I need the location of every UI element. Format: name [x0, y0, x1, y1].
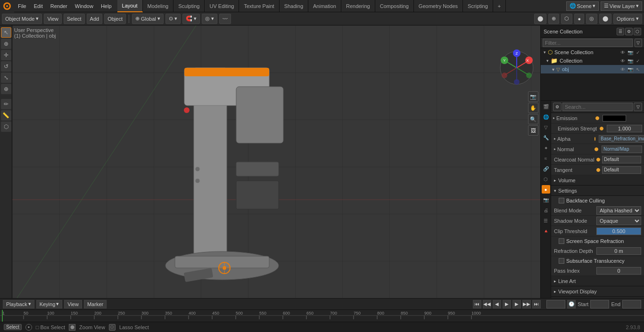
scene-props-icon[interactable]: 🎬: [542, 102, 550, 111]
emission-strength-field[interactable]: 1.000: [607, 125, 642, 132]
alpha-value-field[interactable]: Base_Refraction_inv...: [599, 135, 644, 143]
measure-tool-btn[interactable]: 📏: [1, 110, 11, 121]
scene-settings-icon[interactable]: 🔺: [542, 227, 550, 235]
workspace-tab-texture[interactable]: Texture Paint: [239, 0, 279, 12]
viewport-shading-render-btn[interactable]: ⬤: [599, 14, 611, 24]
menu-edit[interactable]: Edit: [30, 0, 47, 12]
workspace-tab-rendering[interactable]: Rendering: [341, 0, 375, 12]
coll-eye-btn[interactable]: 👁: [619, 57, 626, 64]
outliner-view-btn[interactable]: ⚙: [625, 28, 633, 35]
add-object-btn[interactable]: ⬡: [1, 121, 11, 132]
timeline-view-btn[interactable]: View: [64, 300, 82, 308]
navigation-gizmo[interactable]: X Y Z: [498, 49, 536, 87]
prev-keyframe-btn[interactable]: ◀◀: [483, 300, 491, 308]
workspace-tab-sculpting[interactable]: Sculpting: [173, 0, 205, 12]
tangent-value-field[interactable]: Default: [602, 166, 641, 174]
outliner-search-input[interactable]: [543, 39, 633, 47]
snap-btn[interactable]: 🧲 ▾: [182, 14, 200, 24]
zoom-btn[interactable]: 🔍: [528, 114, 538, 124]
collection-item[interactable]: ▾ 📁 Collection 👁 📷 ✓: [541, 57, 644, 65]
play-start-btn[interactable]: ⏮: [473, 300, 481, 308]
scene-coll-arrow[interactable]: ▾: [544, 50, 546, 55]
image-overlay-btn[interactable]: 🖼: [528, 125, 538, 136]
transform-global-btn[interactable]: ⊕Global▾: [132, 14, 164, 24]
scene-coll-eye-btn[interactable]: 👁: [619, 49, 626, 56]
constraints-props-icon[interactable]: 🔗: [542, 164, 550, 173]
prev-frame-btn[interactable]: ◀: [493, 300, 501, 308]
blend-mode-select[interactable]: OpaqueAlpha ClipAlpha HashedAlpha Blend: [596, 206, 641, 215]
obj-item[interactable]: ▾ ▽ obj 👁 📷 ↖: [541, 65, 644, 73]
object-mode-btn[interactable]: Object Mode▾: [2, 14, 42, 24]
viewport-shading-wireframe-btn[interactable]: ⬡: [561, 14, 572, 24]
cursor-tool-btn[interactable]: ⊕: [1, 39, 11, 49]
pass-index-field[interactable]: 0: [596, 267, 641, 275]
material-props-icon[interactable]: ●: [542, 185, 550, 194]
object-menu-btn[interactable]: Object: [104, 14, 126, 24]
workspace-tab-modeling[interactable]: Modeling: [143, 0, 174, 12]
end-frame-input[interactable]: 250: [622, 300, 641, 308]
obj-eye-btn[interactable]: 👁: [619, 66, 626, 73]
start-frame-input[interactable]: 1: [590, 300, 609, 308]
workspace-tab-scripting[interactable]: Scripting: [463, 0, 493, 12]
ssr-checkbox[interactable]: [559, 238, 564, 244]
menu-window[interactable]: Window: [71, 0, 97, 12]
output-props-icon[interactable]: 🖨: [542, 206, 550, 214]
next-frame-btn[interactable]: ▶: [512, 300, 521, 308]
coll-arrow[interactable]: ▾: [546, 58, 549, 63]
coll-render-btn[interactable]: 📷: [627, 57, 634, 64]
view-layer-props-icon[interactable]: ☰: [542, 216, 550, 225]
scene-collection-item[interactable]: ▾ ⬡ Scene Collection 👁 📷 ✓: [541, 48, 644, 57]
view-menu-btn[interactable]: View: [44, 14, 62, 24]
render-props-icon[interactable]: 📷: [542, 195, 550, 204]
volume-section-header[interactable]: ▸ Volume: [551, 175, 644, 186]
view-layer-btn[interactable]: ☰ View Layer ▾: [601, 1, 642, 11]
workspace-tab-layout[interactable]: Layout: [117, 0, 143, 12]
outliner-filter-btn[interactable]: ☰: [617, 28, 624, 35]
viewport-gizmo-btn[interactable]: ⊕: [548, 14, 559, 24]
workspace-tab-shading[interactable]: Shading: [280, 0, 308, 12]
sst-checkbox[interactable]: [559, 258, 564, 264]
render-engine-btn[interactable]: 🌐Scene▾: [566, 1, 599, 11]
add-menu-btn[interactable]: Add: [87, 14, 103, 24]
menu-help[interactable]: Help: [97, 0, 116, 12]
normal-value-field[interactable]: Normal/Map: [602, 146, 642, 153]
workspace-tab-animation[interactable]: Animation: [308, 0, 341, 12]
modifier-props-icon[interactable]: 🔧: [542, 133, 550, 142]
obj-select-btn[interactable]: ↖: [635, 66, 641, 73]
refraction-depth-field[interactable]: 0 m: [596, 247, 641, 255]
frame-clock-btn[interactable]: 🕐: [567, 300, 576, 308]
proportional-btn[interactable]: ◎ ▾: [202, 14, 217, 24]
clip-threshold-field[interactable]: 0.500: [596, 227, 641, 235]
props-filter-btn[interactable]: ▽: [634, 103, 642, 111]
annotate-tool-btn[interactable]: ✏: [1, 99, 11, 109]
props-settings-btn[interactable]: ⚙: [553, 103, 561, 111]
viewport-overlays-btn[interactable]: ⬤: [534, 14, 546, 24]
timeline-ruler[interactable]: 1 50 100 150 200 250 300 350 400 450: [0, 310, 644, 322]
move-tool-btn[interactable]: ✛: [1, 50, 11, 60]
menu-file[interactable]: File: [14, 0, 30, 12]
alpha-arrow[interactable]: ▸: [554, 137, 556, 141]
workspace-tab-compositing[interactable]: Compositing: [375, 0, 414, 12]
shadow-mode-select[interactable]: NoneOpaqueAlpha ClipAlpha Hashed: [596, 217, 641, 225]
transform-tool-btn[interactable]: ⊕: [1, 84, 11, 94]
coll-exclude-btn[interactable]: ✓: [635, 57, 641, 64]
viewport-display-section-header[interactable]: ▸ Viewport Display: [551, 286, 644, 297]
workspace-tab-geometry[interactable]: Geometry Nodes: [414, 0, 463, 12]
marker-btn[interactable]: Marker: [84, 300, 107, 308]
viewport[interactable]: User Perspective (1) Collection | obj: [12, 25, 540, 298]
obj-render-btn[interactable]: 📷: [627, 66, 634, 73]
workspace-tab-add[interactable]: +: [493, 0, 506, 12]
pivot-btn[interactable]: ⊙ ▾: [165, 14, 181, 24]
scale-tool-btn[interactable]: ⤡: [1, 73, 11, 83]
world-props-icon[interactable]: 🌐: [542, 113, 550, 121]
settings-section-header[interactable]: ▾ Settings: [551, 186, 644, 196]
outliner-expand-btn[interactable]: ⬡: [634, 28, 641, 35]
object-props-icon[interactable]: ▽: [542, 123, 550, 131]
select-menu-btn[interactable]: Select: [64, 14, 85, 24]
viewport-shading-solid-btn[interactable]: ●: [574, 14, 584, 24]
play-btn[interactable]: ▶: [503, 300, 511, 308]
physics-props-icon[interactable]: ≈: [542, 154, 550, 162]
menu-render[interactable]: Render: [47, 0, 71, 12]
object-data-props-icon[interactable]: ⬡: [542, 175, 550, 183]
current-frame-input[interactable]: 1: [546, 300, 565, 308]
